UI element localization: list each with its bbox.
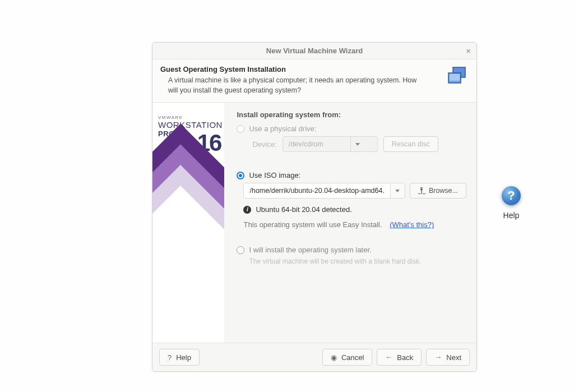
next-label: Next [446,353,461,362]
radio-physical-label: Use a physical drive: [249,124,316,133]
dialog-content: VMWARE WORKSTATION PRO™ 16 Install opera… [152,103,476,343]
help-launcher-label: Help [494,211,528,220]
dialog-header: Guest Operating System Installation A vi… [152,59,476,103]
rescan-label: Rescan disc [392,140,430,148]
close-icon[interactable]: × [466,43,471,59]
radio-later-label: I will install the operating system late… [249,246,371,254]
back-label: Back [397,353,413,362]
help-label: Help [176,353,191,362]
brand-small: VMWARE [158,115,223,120]
svg-rect-2 [450,74,460,81]
brand-artwork [152,124,224,343]
cancel-label: Cancel [341,353,364,362]
device-combo: /dev/cdrom [283,136,378,152]
chevron-down-icon [350,137,365,151]
whats-this-link[interactable]: (What's this?) [390,220,434,229]
info-icon: i [243,206,251,214]
dialog-title: New Virtual Machine Wizard [266,47,363,55]
titlebar: New Virtual Machine Wizard × [152,43,476,59]
radio-iso-image[interactable]: Use ISO image: [237,171,466,179]
header-title: Guest Operating System Installation [160,65,436,73]
install-from-prompt: Install operating system from: [237,110,466,119]
radio-iso-label: Use ISO image: [249,171,300,179]
next-button[interactable]: → Next [426,349,470,366]
radio-physical-drive: Use a physical drive: [237,124,466,133]
radio-icon [237,172,244,179]
help-icon: ? [502,186,521,205]
detected-text: Ubuntu 64-bit 20.04 detected. [256,205,351,214]
vm-screens-icon [445,65,469,89]
radio-icon [237,125,244,133]
iso-path-value: /home/derrik/ubuntu-20.04-desktop-amd64. [244,183,390,198]
cancel-icon: ◉ [331,353,337,362]
dialog-footer: ? Help ◉ Cancel ← Back → Next [152,343,476,371]
device-value: /dev/cdrom [283,137,350,151]
radio-install-later[interactable]: I will install the operating system late… [237,246,466,254]
sidebar-branding: VMWARE WORKSTATION PRO™ 16 [152,103,224,343]
chevron-down-icon[interactable] [390,183,405,198]
back-button[interactable]: ← Back [377,349,422,366]
browse-label: Browse... [429,187,458,195]
upload-icon: ⭱ [418,187,425,195]
cancel-button[interactable]: ◉ Cancel [322,349,372,366]
device-label: Device: [252,140,276,149]
install-later-hint: The virtual machine will be created with… [249,257,466,265]
physical-device-row: Device: /dev/cdrom Rescan disc [252,136,466,152]
wizard-dialog: New Virtual Machine Wizard × Guest Opera… [152,42,477,372]
browse-button[interactable]: ⭱ Browse... [410,183,466,199]
easy-install-row: This operating system will use Easy Inst… [243,220,466,229]
detected-row: i Ubuntu 64-bit 20.04 detected. [243,205,466,214]
radio-icon [237,246,244,254]
iso-path-combo[interactable]: /home/derrik/ubuntu-20.04-desktop-amd64. [243,183,405,199]
header-subtitle: A virtual machine is like a physical com… [160,76,418,95]
brand-main: WORKSTATION [158,120,223,130]
form-area: Install operating system from: Use a phy… [224,103,476,343]
easy-install-text: This operating system will use Easy Inst… [243,220,382,229]
rescan-button: Rescan disc [383,136,438,152]
question-icon: ? [168,353,172,362]
help-launcher[interactable]: ? Help [494,186,528,220]
help-button[interactable]: ? Help [159,349,200,366]
